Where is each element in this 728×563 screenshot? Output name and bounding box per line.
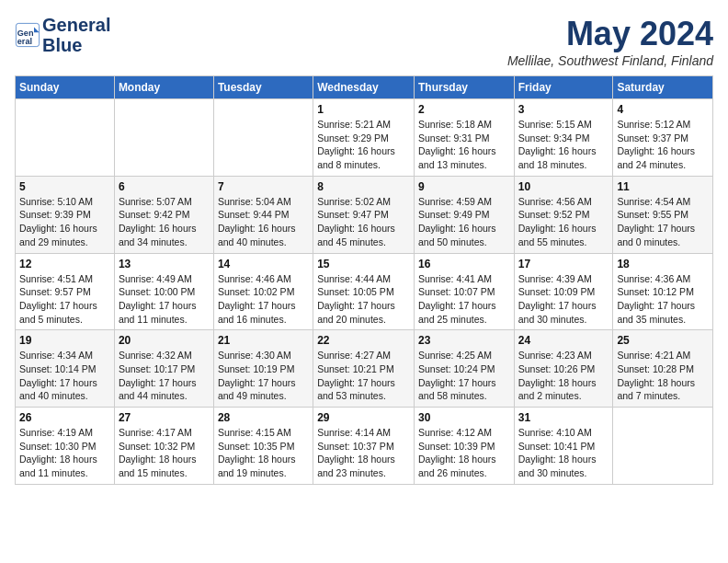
day-info: Sunrise: 5:02 AM Sunset: 9:47 PM Dayligh… xyxy=(317,195,410,249)
calendar-cell: 30Sunrise: 4:12 AM Sunset: 10:39 PM Dayl… xyxy=(414,408,514,485)
day-number: 31 xyxy=(518,411,609,424)
weekday-header-monday: Monday xyxy=(114,76,213,99)
day-info: Sunrise: 4:23 AM Sunset: 10:26 PM Daylig… xyxy=(518,349,609,403)
day-info: Sunrise: 5:21 AM Sunset: 9:29 PM Dayligh… xyxy=(317,118,410,172)
day-number: 17 xyxy=(518,258,609,270)
day-info: Sunrise: 4:34 AM Sunset: 10:14 PM Daylig… xyxy=(19,349,110,403)
weekday-header-row: SundayMondayTuesdayWednesdayThursdayFrid… xyxy=(16,76,713,99)
month-title: May 2024 xyxy=(507,15,713,53)
calendar-cell: 7Sunrise: 5:04 AM Sunset: 9:44 PM Daylig… xyxy=(213,176,313,253)
calendar-cell: 13Sunrise: 4:49 AM Sunset: 10:00 PM Dayl… xyxy=(114,253,213,330)
day-info: Sunrise: 4:54 AM Sunset: 9:55 PM Dayligh… xyxy=(617,195,709,249)
day-number: 16 xyxy=(418,258,510,270)
calendar-cell: 24Sunrise: 4:23 AM Sunset: 10:26 PM Dayl… xyxy=(514,330,613,408)
calendar-cell: 4Sunrise: 5:12 AM Sunset: 9:37 PM Daylig… xyxy=(613,99,713,177)
calendar-cell: 8Sunrise: 5:02 AM Sunset: 9:47 PM Daylig… xyxy=(313,176,415,253)
calendar-cell: 31Sunrise: 4:10 AM Sunset: 10:41 PM Dayl… xyxy=(514,408,613,485)
day-number: 9 xyxy=(418,180,510,193)
day-info: Sunrise: 4:14 AM Sunset: 10:37 PM Daylig… xyxy=(317,426,410,480)
calendar-cell: 5Sunrise: 5:10 AM Sunset: 9:39 PM Daylig… xyxy=(16,176,115,253)
day-info: Sunrise: 4:30 AM Sunset: 10:19 PM Daylig… xyxy=(218,349,309,403)
location: Mellilae, Southwest Finland, Finland xyxy=(507,53,713,68)
day-number: 5 xyxy=(19,180,110,193)
day-number: 11 xyxy=(617,180,709,193)
day-info: Sunrise: 5:04 AM Sunset: 9:44 PM Dayligh… xyxy=(218,195,309,249)
calendar-cell: 3Sunrise: 5:15 AM Sunset: 9:34 PM Daylig… xyxy=(514,99,613,177)
title-block: May 2024 Mellilae, Southwest Finland, Fi… xyxy=(507,15,713,68)
logo-icon: Gen eral xyxy=(15,22,40,48)
day-info: Sunrise: 4:17 AM Sunset: 10:32 PM Daylig… xyxy=(119,426,210,480)
calendar-cell xyxy=(16,99,115,177)
calendar-cell: 6Sunrise: 5:07 AM Sunset: 9:42 PM Daylig… xyxy=(114,176,213,253)
calendar-cell: 29Sunrise: 4:14 AM Sunset: 10:37 PM Dayl… xyxy=(313,408,415,485)
day-info: Sunrise: 4:49 AM Sunset: 10:00 PM Daylig… xyxy=(119,272,210,327)
day-number: 1 xyxy=(317,103,410,116)
weekday-header-thursday: Thursday xyxy=(414,76,514,99)
day-info: Sunrise: 4:39 AM Sunset: 10:09 PM Daylig… xyxy=(518,272,609,327)
logo-text: General Blue xyxy=(42,15,110,55)
day-info: Sunrise: 4:56 AM Sunset: 9:52 PM Dayligh… xyxy=(518,195,609,249)
day-info: Sunrise: 4:46 AM Sunset: 10:02 PM Daylig… xyxy=(218,272,309,327)
calendar-cell: 2Sunrise: 5:18 AM Sunset: 9:31 PM Daylig… xyxy=(414,99,514,177)
day-number: 30 xyxy=(418,411,510,424)
weekday-header-wednesday: Wednesday xyxy=(313,76,415,99)
day-info: Sunrise: 4:12 AM Sunset: 10:39 PM Daylig… xyxy=(418,426,510,480)
calendar-cell: 12Sunrise: 4:51 AM Sunset: 9:57 PM Dayli… xyxy=(16,253,115,330)
day-number: 3 xyxy=(518,103,609,116)
day-info: Sunrise: 4:59 AM Sunset: 9:49 PM Dayligh… xyxy=(418,195,510,249)
day-info: Sunrise: 5:07 AM Sunset: 9:42 PM Dayligh… xyxy=(119,195,210,249)
day-number: 27 xyxy=(119,411,210,424)
day-info: Sunrise: 5:18 AM Sunset: 9:31 PM Dayligh… xyxy=(418,118,510,172)
calendar-cell: 22Sunrise: 4:27 AM Sunset: 10:21 PM Dayl… xyxy=(313,330,415,408)
logo-line1: General xyxy=(42,15,110,35)
calendar-table: SundayMondayTuesdayWednesdayThursdayFrid… xyxy=(15,75,713,485)
day-number: 7 xyxy=(218,180,309,193)
calendar-cell xyxy=(213,99,313,177)
calendar-cell: 25Sunrise: 4:21 AM Sunset: 10:28 PM Dayl… xyxy=(613,330,713,408)
day-info: Sunrise: 4:41 AM Sunset: 10:07 PM Daylig… xyxy=(418,272,510,327)
day-number: 12 xyxy=(19,258,110,270)
day-number: 6 xyxy=(119,180,210,193)
day-number: 19 xyxy=(19,334,110,347)
logo: Gen eral General Blue xyxy=(15,15,110,55)
calendar-week-4: 19Sunrise: 4:34 AM Sunset: 10:14 PM Dayl… xyxy=(16,330,713,408)
day-number: 28 xyxy=(218,411,309,424)
day-number: 26 xyxy=(19,411,110,424)
day-number: 25 xyxy=(617,334,709,347)
day-info: Sunrise: 4:32 AM Sunset: 10:17 PM Daylig… xyxy=(119,349,210,403)
day-info: Sunrise: 4:21 AM Sunset: 10:28 PM Daylig… xyxy=(617,349,709,403)
calendar-cell: 23Sunrise: 4:25 AM Sunset: 10:24 PM Dayl… xyxy=(414,330,514,408)
weekday-header-tuesday: Tuesday xyxy=(213,76,313,99)
day-number: 22 xyxy=(317,334,410,347)
day-info: Sunrise: 4:36 AM Sunset: 10:12 PM Daylig… xyxy=(617,272,709,327)
weekday-header-saturday: Saturday xyxy=(613,76,713,99)
day-number: 21 xyxy=(218,334,309,347)
day-info: Sunrise: 4:44 AM Sunset: 10:05 PM Daylig… xyxy=(317,272,410,327)
day-number: 2 xyxy=(418,103,510,116)
calendar-cell: 28Sunrise: 4:15 AM Sunset: 10:35 PM Dayl… xyxy=(213,408,313,485)
calendar-week-2: 5Sunrise: 5:10 AM Sunset: 9:39 PM Daylig… xyxy=(16,176,713,253)
day-number: 20 xyxy=(119,334,210,347)
calendar-week-5: 26Sunrise: 4:19 AM Sunset: 10:30 PM Dayl… xyxy=(16,408,713,485)
calendar-cell: 26Sunrise: 4:19 AM Sunset: 10:30 PM Dayl… xyxy=(16,408,115,485)
day-info: Sunrise: 5:15 AM Sunset: 9:34 PM Dayligh… xyxy=(518,118,609,172)
day-info: Sunrise: 4:15 AM Sunset: 10:35 PM Daylig… xyxy=(218,426,309,480)
calendar-cell: 1Sunrise: 5:21 AM Sunset: 9:29 PM Daylig… xyxy=(313,99,415,177)
calendar-cell xyxy=(114,99,213,177)
day-number: 29 xyxy=(317,411,410,424)
day-number: 14 xyxy=(218,258,309,270)
calendar-cell: 11Sunrise: 4:54 AM Sunset: 9:55 PM Dayli… xyxy=(613,176,713,253)
calendar-cell: 14Sunrise: 4:46 AM Sunset: 10:02 PM Dayl… xyxy=(213,253,313,330)
weekday-header-sunday: Sunday xyxy=(16,76,115,99)
day-number: 4 xyxy=(617,103,709,116)
calendar-cell: 21Sunrise: 4:30 AM Sunset: 10:19 PM Dayl… xyxy=(213,330,313,408)
day-info: Sunrise: 4:10 AM Sunset: 10:41 PM Daylig… xyxy=(518,426,609,480)
day-info: Sunrise: 5:10 AM Sunset: 9:39 PM Dayligh… xyxy=(19,195,110,249)
calendar-cell: 15Sunrise: 4:44 AM Sunset: 10:05 PM Dayl… xyxy=(313,253,415,330)
calendar-cell: 20Sunrise: 4:32 AM Sunset: 10:17 PM Dayl… xyxy=(114,330,213,408)
page-header: Gen eral General Blue May 2024 Mellilae,… xyxy=(15,15,713,68)
calendar-week-3: 12Sunrise: 4:51 AM Sunset: 9:57 PM Dayli… xyxy=(16,253,713,330)
calendar-cell: 10Sunrise: 4:56 AM Sunset: 9:52 PM Dayli… xyxy=(514,176,613,253)
calendar-cell: 9Sunrise: 4:59 AM Sunset: 9:49 PM Daylig… xyxy=(414,176,514,253)
day-number: 10 xyxy=(518,180,609,193)
